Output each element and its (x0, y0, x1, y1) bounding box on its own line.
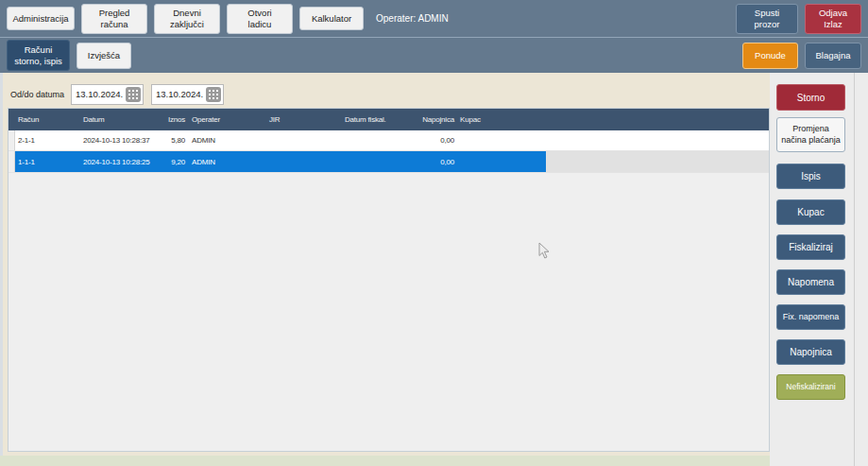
toolbar-main: Administracija Pregled računa Dnevni zak… (0, 0, 868, 37)
otvori-ladicu-button[interactable]: Otvori ladicu (227, 4, 293, 34)
cell-operater: ADMIN (189, 136, 266, 145)
calendar-icon[interactable] (126, 87, 141, 102)
cell-operater: ADMIN (189, 158, 266, 166)
cell-datum: 2024-10-13 10:28:37 (80, 136, 153, 145)
col-iznos[interactable]: Iznos (153, 115, 189, 124)
col-kupac[interactable]: Kupac (457, 115, 539, 124)
pos-window: Administracija Pregled računa Dnevni zak… (0, 0, 868, 466)
tab-izvjesca[interactable]: Izvješća (77, 43, 131, 69)
napomena-button[interactable]: Napomena (776, 269, 845, 295)
kalkulator-button[interactable]: Kalkulator (299, 7, 364, 30)
odjava-izlaz-button[interactable]: Odjava Izlaz (805, 4, 861, 34)
cell-napojnica: 0,00 (414, 158, 457, 166)
invoices-table: Račun Datum Iznos Operater JIR Datum fis… (8, 108, 770, 452)
ponude-button[interactable]: Ponude (742, 43, 798, 69)
col-jir[interactable]: JIR (266, 115, 342, 124)
blagajna-button[interactable]: Blagajna (805, 43, 861, 69)
panel-divider (854, 73, 855, 466)
operator-label: Operater: ADMIN (376, 13, 449, 24)
kupac-button[interactable]: Kupac (776, 199, 845, 225)
table-header-row: Račun Datum Iznos Operater JIR Datum fis… (9, 109, 769, 130)
actions-panel: Storno Promjena načina plaćanja Ispis Ku… (770, 73, 868, 466)
date-to-input[interactable]: 13.10.2024. (151, 84, 224, 105)
administracija-button[interactable]: Administracija (7, 7, 75, 30)
mouse-cursor (538, 242, 550, 263)
cell-iznos: 5,80 (153, 136, 189, 145)
table-row-selected[interactable]: 1-1-1 2024-10-13 10:28:25 9,20 ADMIN 0,0… (9, 151, 769, 173)
tab-racuni-storno-ispis[interactable]: Računi storno, ispis (7, 40, 70, 71)
ispis-button[interactable]: Ispis (776, 164, 845, 189)
content-area: Od/do datuma 13.10.2024. 13.10.2024. Rač… (0, 73, 770, 466)
cell-iznos: 9,20 (153, 158, 189, 166)
fix-napomena-button[interactable]: Fix. napomena (776, 304, 845, 330)
col-datum-fiskal[interactable]: Datum fiskal. (342, 115, 414, 124)
cell-racun: 1-1-1 (15, 158, 80, 166)
toolbar-tabs: Računi storno, ispis Izvješća Ponude Bla… (0, 38, 868, 73)
toolbar-area: Administracija Pregled računa Dnevni zak… (0, 0, 868, 73)
napojnica-button[interactable]: Napojnica (776, 339, 845, 365)
pregled-racuna-button[interactable]: Pregled računa (81, 4, 147, 34)
fiskaliziraj-button[interactable]: Fiskaliziraj (776, 234, 845, 260)
date-filter-row: Od/do datuma 13.10.2024. 13.10.2024. (10, 83, 231, 105)
date-from-input[interactable]: 13.10.2024. (71, 84, 144, 105)
dnevni-zakljucci-button[interactable]: Dnevni zaključci (154, 4, 220, 34)
date-to-value: 13.10.2024. (152, 89, 203, 99)
promjena-nacina-placanja-button[interactable]: Promjena načina plaćanja (776, 117, 845, 152)
col-napojnica[interactable]: Napojnica (414, 115, 457, 124)
date-from-value: 13.10.2024. (72, 89, 123, 99)
cell-napojnica: 0,00 (414, 136, 457, 145)
date-range-label: Od/do datuma (10, 90, 64, 99)
cell-datum: 2024-10-13 10:28:25 (80, 158, 153, 166)
bottom-strip (0, 456, 770, 466)
storno-button[interactable]: Storno (776, 84, 845, 111)
col-racun[interactable]: Račun (15, 115, 80, 124)
cell-racun: 2-1-1 (15, 136, 80, 145)
calendar-icon[interactable] (206, 87, 221, 102)
col-operater[interactable]: Operater (189, 115, 266, 124)
table-row[interactable]: 2-1-1 2024-10-13 10:28:37 5,80 ADMIN 0,0… (9, 130, 769, 151)
nefiskalizirani-button[interactable]: Nefiskalizirani (776, 374, 845, 400)
spusti-prozor-button[interactable]: Spusti prozor (736, 4, 798, 34)
col-datum[interactable]: Datum (80, 115, 153, 124)
